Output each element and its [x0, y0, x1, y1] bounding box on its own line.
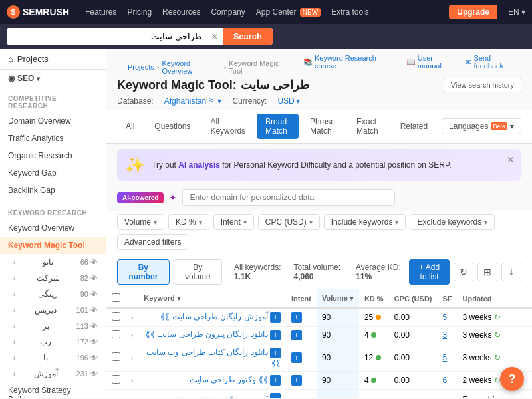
tab-all-keywords[interactable]: All Keywords	[201, 114, 254, 139]
col-cpc[interactable]: CPC (USD)	[389, 289, 438, 308]
advanced-filters-button[interactable]: Advanced filters	[117, 234, 188, 250]
col-sf[interactable]: SF	[438, 289, 458, 308]
sidebar-item-keyword-gap[interactable]: Keyword Gap	[0, 164, 106, 182]
ai-banner-close-button[interactable]: ✕	[507, 154, 515, 165]
export-icon-button[interactable]: ⤓	[501, 263, 521, 281]
ai-sparkle-icon: ✨	[125, 156, 145, 174]
logo[interactable]: S SEMRUSH	[7, 5, 69, 19]
kw-research-link[interactable]: 📚 Keyword Research course	[303, 54, 398, 70]
support-button[interactable]: ?	[500, 367, 524, 391]
col-updated[interactable]: Updated	[458, 289, 532, 308]
row-checkbox-0[interactable]	[112, 312, 120, 321]
languages-button[interactable]: Languages Beta ▾	[442, 118, 521, 134]
sidebar-keyword-item[interactable]: › رب 172 👁	[0, 334, 106, 350]
keyword-cell-1[interactable]: I دانلود رایگان پیرون طراحی سایت ⟫⟫	[138, 327, 286, 344]
sidebar-keyword-item[interactable]: › دیزیس 101 👁	[0, 302, 106, 318]
keywords-table: Keyword ▾ Intent Volume ▾ KD % CPC (USD)…	[106, 289, 532, 398]
sidebar-keyword-item[interactable]: › نانو 66 👁	[0, 254, 106, 270]
sidebar-item-traffic-analytics[interactable]: Traffic Analytics	[0, 130, 106, 147]
expand-chevron-3[interactable]: ›	[131, 377, 133, 384]
refresh-icon[interactable]: ↻	[494, 353, 501, 362]
send-feedback-link[interactable]: ✉ Send feedback	[466, 54, 521, 70]
sidebar-seo[interactable]: ◉ SEO ▾	[0, 70, 106, 87]
sidebar-item-keyword-magic-tool[interactable]: Keyword Magic Tool	[0, 237, 106, 254]
filter-kd[interactable]: KD % ▾	[168, 214, 209, 230]
by-number-button[interactable]: By number	[117, 259, 170, 285]
nav-features[interactable]: Features	[85, 7, 116, 17]
sidebar-item-domain-overview[interactable]: Domain Overview	[0, 112, 106, 130]
filter-volume[interactable]: Volume ▾	[117, 214, 164, 230]
filter-intent[interactable]: Intent ▾	[213, 214, 254, 230]
refresh-icon-button[interactable]: ↻	[454, 263, 473, 281]
sidebar-kw-count: 113 👁	[76, 322, 98, 330]
sidebar-keyword-item[interactable]: › بر 113 👁	[0, 318, 106, 334]
row-checkbox-2[interactable]	[112, 352, 120, 361]
total-volume-stat: Total volume: 4,060	[293, 263, 352, 281]
tab-questions[interactable]: Questions	[146, 118, 199, 134]
refresh-icon[interactable]: ↻	[494, 331, 501, 340]
row-checkbox-3[interactable]	[112, 375, 120, 384]
tab-broad-match[interactable]: Broad Match	[257, 114, 299, 139]
upgrade-button[interactable]: Upgrade	[449, 5, 497, 19]
db-select[interactable]: Afghanistan 🏳 ▾	[164, 96, 222, 106]
sidebar-item-backlink-gap[interactable]: Backlink Gap	[0, 182, 106, 199]
nav-company[interactable]: Company	[211, 7, 245, 17]
sf-cell-4	[438, 390, 458, 399]
keyword-cell-2[interactable]: I دانلود رایگان کتاب طراحی وب سایت ⟫⟫	[138, 344, 286, 372]
updated-cell-0: 3 weeks ↻	[458, 308, 532, 327]
keyword-cell-0[interactable]: I آموزش رایگان طراحی سایت ⟫⟫	[138, 308, 286, 327]
select-all-checkbox[interactable]	[112, 293, 120, 302]
filter-include-keywords[interactable]: Include keywords ▾	[324, 214, 406, 230]
col-keyword[interactable]: Keyword ▾	[138, 289, 286, 308]
view-history-button[interactable]: View search history	[444, 78, 521, 92]
intent-cell-2: I	[286, 344, 317, 372]
keyword-research-header: KEYWORD RESEARCH	[0, 204, 106, 219]
nav-resources[interactable]: Resources	[162, 7, 200, 17]
sidebar-keyword-item[interactable]: › با 196 👁	[0, 350, 106, 366]
search-clear-button[interactable]: ✕	[207, 31, 223, 42]
content-area: Projects › Keyword Overview › Keyword Ma…	[106, 49, 532, 398]
col-intent[interactable]: Intent	[286, 289, 317, 308]
sidebar-item-organic-research[interactable]: Organic Research	[0, 147, 106, 164]
refresh-icon[interactable]: ↻	[494, 313, 501, 322]
cpc-cell-2: 0.00	[389, 344, 438, 372]
search-button[interactable]: Search	[223, 28, 273, 45]
ai-domain-input[interactable]	[182, 189, 395, 206]
col-kd[interactable]: KD %	[359, 289, 389, 308]
breadcrumb-keyword-overview[interactable]: Keyword Overview	[162, 59, 221, 75]
sidebar-projects[interactable]: ⌂ Projects	[0, 49, 106, 70]
tab-related[interactable]: Related	[392, 118, 436, 134]
sidebar-keyword-item[interactable]: › رینگی 90 👁	[0, 286, 106, 302]
col-volume[interactable]: Volume ▾	[317, 289, 359, 308]
columns-icon-button[interactable]: ⊞	[477, 263, 497, 281]
languages-chevron: ▾	[510, 122, 514, 131]
ai-analysis-link[interactable]: AI analysis	[178, 160, 220, 170]
language-selector[interactable]: EN ▾	[508, 7, 525, 17]
expand-chevron-1[interactable]: ›	[131, 332, 133, 339]
search-input[interactable]	[7, 28, 207, 45]
expand-chevron-2[interactable]: ›	[131, 354, 133, 362]
nav-pricing[interactable]: Pricing	[127, 7, 152, 17]
keyword-cell-4[interactable]: آموزش رایگان طراحی سایت با دیزیس ⟫⟫	[138, 390, 286, 399]
tab-exact-match[interactable]: Exact Match	[348, 114, 389, 139]
seo-label: SEO	[17, 74, 34, 83]
filter-cpc[interactable]: CPC (USD) ▾	[258, 214, 320, 230]
row-checkbox-1[interactable]	[112, 330, 120, 338]
tab-phrase-match[interactable]: Phrase Match	[301, 114, 345, 139]
nav-app-center[interactable]: App Center NEW	[256, 7, 321, 17]
sidebar-keyword-item[interactable]: › شرکت 82 👁	[0, 270, 106, 286]
keyword-cell-3[interactable]: I ⟫⟫ وکتور طراحی سایت	[138, 372, 286, 390]
breadcrumb-projects[interactable]: Projects	[128, 63, 154, 71]
expand-chevron-0[interactable]: ›	[131, 314, 133, 321]
nav-extra-tools[interactable]: Extra tools	[331, 7, 369, 17]
sidebar-item-keyword-strategy-builder[interactable]: Keyword Strategy Builder	[0, 382, 106, 398]
filter-exclude-keywords[interactable]: Exclude keywords ▾	[410, 214, 495, 230]
by-volume-button[interactable]: By volume	[174, 259, 222, 285]
add-to-list-button[interactable]: + Add to list	[409, 259, 450, 285]
tab-all[interactable]: All	[117, 118, 143, 134]
currency-select[interactable]: USD ▾	[277, 96, 299, 106]
sidebar-item-keyword-overview[interactable]: Keyword Overview	[0, 219, 106, 237]
keyword-text-0: آموزش رایگان طراحی سایت ⟫⟫	[160, 312, 267, 321]
sidebar-keyword-item[interactable]: › آموزش 231 👁	[0, 366, 106, 382]
user-manual-link[interactable]: 📖 User manual	[406, 54, 458, 70]
